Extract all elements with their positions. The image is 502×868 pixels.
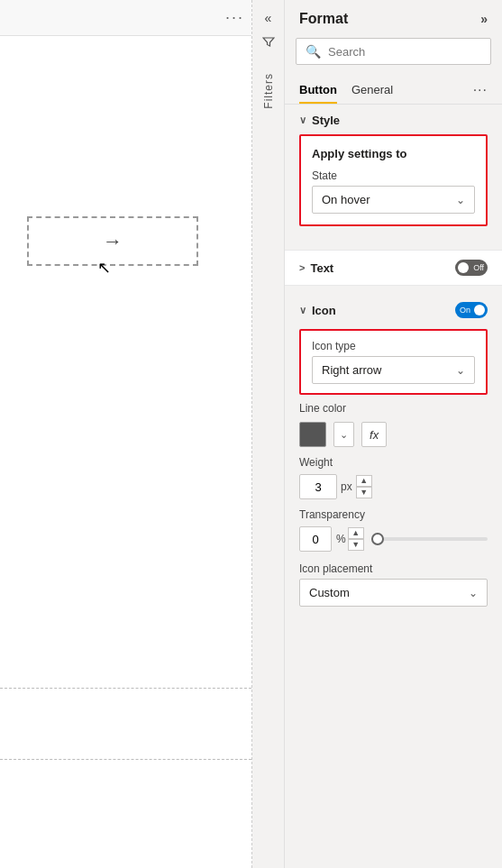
tab-general[interactable]: General [351,76,393,104]
weight-decrement-button[interactable]: ▼ [356,487,372,498]
canvas-more-button[interactable]: ··· [225,8,244,27]
filter-icon [262,36,275,49]
fx-button[interactable]: fx [361,422,387,447]
transparency-spinner: ▲ ▼ [348,527,364,551]
spacer [285,286,502,293]
icon-type-value: Right arrow [322,363,381,377]
apply-settings-label: Apply settings to [312,147,475,160]
transparency-unit-label: % [336,533,346,545]
canvas-area: ··· → ↖ [0,0,252,868]
style-chevron-icon: ∨ [299,114,306,126]
icon-toggle-on[interactable] [455,302,488,318]
sidebar-controls: « Filters [252,0,285,868]
icon-section-content: Icon type Right arrow ⌄ Line color ⌄ fx … [285,325,502,617]
panel-header: Format » [285,0,502,34]
format-panel: Format » 🔍 Button General ··· ∨ Style Ap… [285,0,502,868]
transparency-slider[interactable] [371,537,488,541]
state-dropdown-value: On hover [322,193,370,206]
icon-placement-chevron-icon: ⌄ [469,587,478,599]
text-section-toggle[interactable]: > Text [299,261,333,275]
icon-section-left: ∨ Icon [299,304,336,317]
icon-section: ∨ Icon Icon type Right arrow ⌄ Line colo… [285,293,502,617]
transparency-label: Transparency [299,508,488,521]
icon-toggle-knob [474,305,485,315]
state-field-label: State [312,169,475,182]
canvas-content: → ↖ [0,36,251,868]
icon-type-box: Icon type Right arrow ⌄ [299,329,488,395]
style-section-header[interactable]: ∨ Style [285,105,502,134]
style-section: ∨ Style Apply settings to State On hover… [285,105,502,244]
tabs-bar: Button General ··· [285,76,502,105]
icon-section-header[interactable]: ∨ Icon [285,293,502,325]
filter-icon-button[interactable] [259,32,278,55]
icon-placement-value: Custom [309,586,350,599]
weight-unit-label: px [341,480,352,493]
percent-input-group: % ▲ ▼ [299,526,364,552]
icon-type-label: Icon type [312,340,475,352]
text-section-row: > Text [285,250,502,286]
canvas-button-widget[interactable]: → [27,216,198,266]
text-toggle-knob [458,262,469,273]
icon-type-dropdown-chevron-icon: ⌄ [456,364,465,377]
weight-spinner: ▲ ▼ [356,475,372,498]
panel-title: Format [299,11,348,27]
weight-input[interactable] [299,474,337,499]
search-bar[interactable]: 🔍 [296,38,491,65]
transparency-input[interactable] [299,526,332,552]
icon-section-label: Icon [312,304,336,317]
text-toggle-off[interactable] [455,260,488,276]
transparency-increment-button[interactable]: ▲ [348,527,364,539]
color-row: ⌄ fx [299,422,488,447]
icon-chevron-icon: ∨ [299,305,306,316]
search-icon: 🔍 [306,44,321,59]
weight-input-group: px ▲ ▼ [299,474,488,499]
icon-placement-label: Icon placement [299,562,488,575]
canvas-arrow-icon: → [103,230,123,253]
apply-settings-box: Apply settings to State On hover ⌄ [299,134,488,226]
expand-panel-button[interactable]: » [480,12,488,26]
weight-increment-button[interactable]: ▲ [356,475,372,487]
icon-placement-dropdown[interactable]: Custom ⌄ [299,579,488,607]
collapse-panel-button[interactable]: « [261,7,276,29]
icon-type-dropdown[interactable]: Right arrow ⌄ [312,356,475,384]
filters-label: Filters [262,73,275,109]
style-section-label: Style [312,114,340,127]
transparency-row: % ▲ ▼ [299,526,488,552]
tabs-more-button[interactable]: ··· [473,82,488,98]
text-chevron-icon: > [299,262,305,273]
canvas-bottom-dashed [0,688,251,760]
color-swatch[interactable] [299,422,326,447]
weight-label: Weight [299,456,488,469]
state-dropdown[interactable]: On hover ⌄ [312,186,475,214]
canvas-top-bar: ··· [0,0,251,36]
line-color-label: Line color [299,402,488,415]
transparency-decrement-button[interactable]: ▼ [348,539,364,551]
search-input[interactable] [328,45,481,59]
state-dropdown-chevron-icon: ⌄ [456,194,465,206]
color-chevron-button[interactable]: ⌄ [333,422,354,447]
text-section-label: Text [310,261,333,275]
tab-button[interactable]: Button [299,76,337,104]
style-section-body: Apply settings to State On hover ⌄ [285,134,502,244]
